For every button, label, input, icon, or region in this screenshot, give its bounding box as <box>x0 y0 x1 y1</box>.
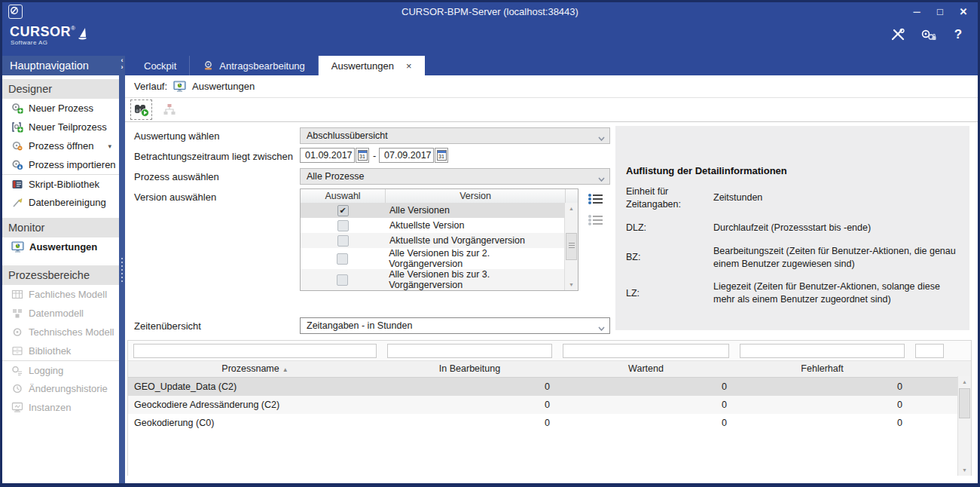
version-option-label: Alle Versionen bis zur 3. Vorgängerversi… <box>384 269 565 290</box>
gear-gray-icon <box>11 326 23 338</box>
deselect-all-icon[interactable] <box>588 214 604 226</box>
calendar-to-button[interactable]: 31 <box>435 148 448 163</box>
results-scrollbar[interactable]: ▲ ▼ <box>957 376 971 476</box>
sidebar-item-logging: Logging <box>2 360 119 379</box>
sidebar-item-skript-bibliothek[interactable]: Skript-Bibliothek <box>2 174 119 193</box>
tab-antragsbearbeitung[interactable]: Antragsbearbeitung <box>190 56 318 75</box>
sidebar-splitter[interactable]: ‹ › <box>119 56 125 483</box>
sidebar-item-auswertungen[interactable]: Auswertungen <box>2 237 119 256</box>
library-icon <box>11 345 23 357</box>
scroll-down-icon[interactable]: ▼ <box>958 464 971 476</box>
scrollbar-thumb[interactable] <box>566 233 577 260</box>
window-title: CURSOR-BPM-Server (localhost:38443) <box>2 6 978 17</box>
splitter-collapse-icon[interactable]: ‹ › <box>119 57 125 71</box>
minimize-button[interactable]: ─ <box>908 5 925 20</box>
checkbox-checked[interactable]: ✔ <box>337 205 349 216</box>
calendar-from-button[interactable]: 31 <box>356 148 369 163</box>
cell-prozessname: Geokodierung (C0) <box>128 414 382 432</box>
detail-info-panel: Auflistung der Detailinformationen Einhe… <box>615 126 969 330</box>
cell-in-bearbeitung: 0 <box>382 396 557 414</box>
cell-wartend: 0 <box>557 414 734 432</box>
evaluation-panel: Auswertung wählen Abschlussübersicht Bet… <box>125 122 978 483</box>
tools-button[interactable] <box>889 26 907 43</box>
checkbox[interactable] <box>337 220 349 231</box>
settings-button[interactable] <box>919 26 937 43</box>
help-icon: ? <box>954 27 962 42</box>
checkbox[interactable] <box>337 235 349 247</box>
date-to-input[interactable] <box>379 148 434 163</box>
zeitenuebersicht-select[interactable]: Zeitangaben - in Stunden <box>300 317 610 334</box>
run-evaluation-button[interactable] <box>130 100 152 120</box>
breadcrumb-item[interactable]: Auswertungen <box>192 81 255 92</box>
column-header-in-bearbeitung[interactable]: In Bearbeitung <box>382 361 557 377</box>
checkbox[interactable] <box>337 274 348 286</box>
sidebar: Hauptnavigation Designer Neuer Prozess N… <box>2 56 119 483</box>
column-header-wartend[interactable]: Wartend <box>557 361 734 377</box>
cell-wartend: 0 <box>557 396 734 414</box>
filter-input-extra[interactable] <box>915 344 944 358</box>
version-label: Version auswählen <box>134 191 216 203</box>
tab-cockpit[interactable]: Cockpit <box>131 56 190 75</box>
cell-fehlerhaft: 0 <box>734 396 910 414</box>
tab-label: Cockpit <box>144 60 176 72</box>
tab-auswertungen[interactable]: Auswertungen × <box>319 56 425 75</box>
detail-term: LZ: <box>626 287 703 300</box>
auswertung-value: Abschlussübersicht <box>307 130 388 141</box>
cell-fehlerhaft: 0 <box>734 414 910 432</box>
filter-input-fehlerhaft[interactable] <box>740 344 905 358</box>
column-header-prozessname[interactable]: Prozessname▲ <box>128 361 382 377</box>
tab-close-icon[interactable]: × <box>406 60 412 72</box>
sidebar-item-label: Datenbereinigung <box>29 197 106 208</box>
sidebar-item-bibliothek: Bibliothek <box>2 342 119 360</box>
version-row[interactable]: Aktuellste Version <box>301 218 565 233</box>
tab-label: Auswertungen <box>331 60 394 72</box>
logging-icon <box>11 365 23 376</box>
version-scrollbar[interactable]: ▲ ▼ <box>564 203 578 290</box>
sidebar-item-prozess-importieren[interactable]: Prozess importieren <box>2 155 119 174</box>
help-button[interactable]: ? <box>949 26 967 43</box>
dropdown-caret-icon[interactable]: ▾ <box>108 142 111 150</box>
version-option-label: Alle Versionen <box>385 205 450 216</box>
data-model-icon <box>11 308 23 319</box>
maximize-button[interactable]: □ <box>932 5 948 20</box>
scroll-up-icon[interactable]: ▲ <box>565 203 578 214</box>
version-row[interactable]: Alle Versionen bis zur 2. Vorgängerversi… <box>301 248 565 269</box>
select-all-icon[interactable] <box>588 193 604 205</box>
sidebar-item-fachliches-modell: Fachliches Modell <box>2 285 119 304</box>
column-header-fehlerhaft[interactable]: Fehlerhaft <box>734 361 910 377</box>
close-button[interactable]: ✕ <box>955 5 972 20</box>
table-row[interactable]: GEO_Update_Data (C2) 0 0 0 <box>128 378 971 396</box>
version-row[interactable]: Aktuellste und Vorgängerversion <box>301 233 565 248</box>
date-from-input[interactable] <box>300 148 355 163</box>
table-row[interactable]: Geockodiere Adressänderung (C2) 0 0 0 <box>128 396 971 414</box>
checkbox[interactable] <box>337 253 348 265</box>
scroll-down-icon[interactable]: ▼ <box>565 279 578 290</box>
sidebar-item-prozess-oeffnen[interactable]: Prozess öffnen ▾ <box>2 136 119 155</box>
filter-input-in-bearbeitung[interactable] <box>387 344 552 358</box>
sidebar-item-label: Prozess öffnen <box>29 140 93 152</box>
sidebar-item-label: Änderungshistorie <box>29 383 108 394</box>
content-area: Cockpit Antragsbearbeitung Auswertungen … <box>125 56 978 483</box>
auswertung-select[interactable]: Abschlussübersicht <box>300 127 610 144</box>
column-header-version[interactable]: Version <box>386 189 566 203</box>
version-row[interactable]: ✔ Alle Versionen <box>301 203 565 218</box>
sidebar-item-neuer-teilprozess[interactable]: Neuer Teilprozess <box>2 118 119 136</box>
hierarchy-button-disabled <box>159 100 179 119</box>
sidebar-item-neuer-prozess[interactable]: Neuer Prozess <box>2 99 119 118</box>
scrollbar-thumb[interactable] <box>959 388 970 418</box>
column-header-extra[interactable] <box>910 361 957 377</box>
scroll-up-icon[interactable]: ▲ <box>958 376 971 387</box>
version-row[interactable]: Alle Versionen bis zur 3. Vorgängerversi… <box>301 269 565 290</box>
table-row[interactable]: Geokodierung (C0) 0 0 0 <box>128 414 971 432</box>
sidebar-item-datenbereinigung[interactable]: Datenbereinigung <box>2 193 119 212</box>
filter-input-prozessname[interactable] <box>133 344 377 358</box>
detail-term: DLZ: <box>626 222 703 234</box>
prozess-select[interactable]: Alle Prozesse <box>300 168 610 185</box>
column-header-auswahl[interactable]: Auswahl <box>301 189 386 203</box>
zeitenuebersicht-value: Zeitangaben - in Stunden <box>307 320 412 331</box>
filter-input-wartend[interactable] <box>563 344 729 358</box>
broom-icon <box>11 197 23 208</box>
monitor-chart-icon <box>11 241 24 253</box>
section-header-designer: Designer <box>2 79 119 99</box>
zeitraum-label: Betrachtungszeitraum liegt zwischen <box>134 151 293 162</box>
